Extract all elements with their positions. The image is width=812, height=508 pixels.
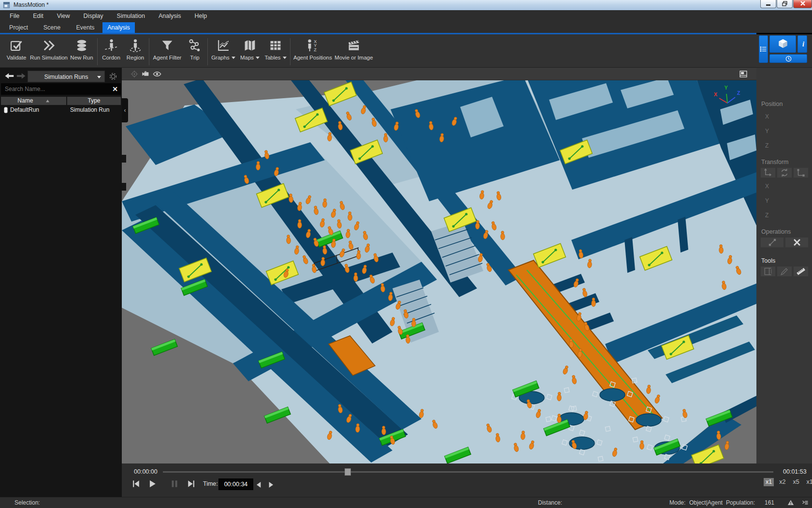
time-label: Time:	[203, 480, 218, 487]
app-icon	[2, 1, 11, 9]
population-label: Population:	[726, 499, 755, 506]
menu-file[interactable]: File	[3, 10, 26, 22]
toolbar-trip-button[interactable]: Trip	[184, 37, 206, 64]
menu-analysis[interactable]: Analysis	[152, 10, 188, 22]
skip-to-end-button[interactable]	[186, 478, 197, 491]
agent[interactable]	[557, 414, 562, 423]
speed-x10-button[interactable]: x10	[805, 478, 812, 486]
toolbar-validate-button[interactable]: Validate	[3, 37, 30, 64]
tools-draw-button[interactable]	[777, 266, 792, 277]
tab-events[interactable]: Events	[69, 22, 102, 33]
console-log-icon[interactable]	[801, 499, 809, 508]
chevron-down-icon	[97, 76, 101, 78]
toolbar-separator	[207, 38, 208, 65]
restore-button[interactable]	[777, 0, 793, 8]
main-toolbar: ValidateRun SimulationNew RunCordonRegio…	[0, 34, 812, 68]
tab-project[interactable]: Project	[2, 22, 35, 33]
menu-bar: FileEditViewDisplaySimulationAnalysisHel…	[0, 10, 812, 22]
toolbar-agent-positions-button[interactable]: XYZAgent Positions	[292, 37, 334, 64]
minimize-button[interactable]	[760, 0, 776, 8]
svg-text:X: X	[714, 91, 718, 97]
operations-section-label: Operations	[761, 228, 791, 235]
table-row[interactable]: DefaultRun Simulation Run	[0, 105, 122, 114]
title-bar: MassMotion *	[0, 0, 812, 10]
gear-icon[interactable]	[108, 72, 118, 83]
agent[interactable]	[256, 162, 261, 170]
toolbar-button-label: Tables	[264, 55, 286, 60]
close-button[interactable]	[793, 0, 812, 8]
status-bar: Selection: Distance: Mode: Object|Agent …	[0, 497, 812, 508]
selection-label: Selection:	[14, 499, 40, 506]
toolbar-maps-button[interactable]: Maps	[237, 37, 262, 64]
scene-view-button[interactable]	[769, 35, 796, 53]
operations-connect-button[interactable]	[760, 237, 784, 248]
toolbar-tables-button[interactable]: Tables	[262, 37, 289, 64]
search-input[interactable]	[4, 85, 112, 93]
transform-rotate-button[interactable]	[777, 167, 792, 178]
run-name: DefaultRun	[10, 105, 39, 114]
toolbar-new-run-button[interactable]: New Run	[68, 37, 96, 64]
new-run-icon	[74, 38, 89, 53]
start-time: 00:00:00	[134, 468, 158, 475]
menu-simulation[interactable]: Simulation	[110, 10, 152, 22]
column-header-name[interactable]: Name	[1, 97, 66, 105]
toolbar-button-label: Agent Positions	[293, 55, 332, 60]
speed-x1-button[interactable]: x1	[764, 478, 774, 486]
column-header-type[interactable]: Type	[67, 97, 121, 105]
menu-help[interactable]: Help	[188, 10, 214, 22]
step-back-button[interactable]	[254, 479, 264, 492]
toolbar-cordon-button[interactable]: Cordon	[99, 37, 123, 64]
target-icon[interactable]	[130, 69, 139, 81]
speed-x5-button[interactable]: x5	[791, 478, 801, 486]
agent[interactable]	[298, 220, 302, 228]
pause-button[interactable]	[169, 478, 180, 491]
tools-section-button[interactable]	[760, 266, 776, 277]
menu-display[interactable]: Display	[77, 10, 110, 22]
menu-view[interactable]: View	[50, 10, 77, 22]
nav-forward-button[interactable]	[16, 72, 26, 82]
camera-icon[interactable]	[141, 69, 151, 81]
transform-z-label: Z	[765, 212, 769, 219]
toolbar-agent-filter-button[interactable]: Agent Filter	[151, 37, 184, 64]
toolbar-button-label: New Run	[70, 55, 93, 60]
tab-scene[interactable]: Scene	[36, 22, 68, 33]
warning-icon[interactable]	[787, 499, 795, 508]
agent[interactable]	[412, 318, 416, 327]
step-forward-button[interactable]	[265, 479, 276, 492]
3d-scene[interactable]: XYZ	[122, 80, 756, 463]
tools-measure-button[interactable]	[793, 266, 809, 277]
toolbar-movie-or-image-button[interactable]: Movie or Image	[334, 37, 374, 64]
agent[interactable]	[592, 298, 596, 307]
timeline-handle[interactable]	[345, 468, 351, 476]
svg-text:Z: Z	[737, 90, 740, 96]
layout-icon[interactable]	[739, 69, 748, 81]
time-input[interactable]	[218, 478, 253, 490]
menu-edit[interactable]: Edit	[26, 10, 50, 22]
agent[interactable]	[640, 441, 644, 449]
time-button[interactable]	[769, 54, 807, 63]
clear-search-icon[interactable]: ✕	[112, 85, 118, 93]
toolbar-button-label: Validate	[7, 55, 27, 60]
toolbar-run-simulation-button[interactable]: Run Simulation	[30, 37, 68, 64]
outline-list-button[interactable]	[759, 35, 768, 63]
playback-bar: 00:00:00 00:01:53 Time: x1x2x5x10	[122, 463, 812, 497]
info-button[interactable]: i	[798, 35, 807, 53]
transform-translate-button[interactable]	[760, 167, 776, 178]
timeline-track[interactable]	[163, 471, 773, 473]
agent[interactable]	[384, 134, 388, 142]
toolbar-region-button[interactable]: Region	[123, 37, 147, 64]
play-button[interactable]	[147, 478, 158, 491]
toolbar-button-label: Movie or Image	[334, 55, 373, 60]
agent[interactable]	[354, 273, 358, 282]
nav-back-button[interactable]	[4, 72, 14, 82]
speed-x2-button[interactable]: x2	[777, 478, 787, 486]
run-type-dropdown[interactable]: Simulation Runs	[28, 71, 105, 82]
tab-analysis[interactable]: Analysis	[102, 22, 135, 33]
transform-scale-button[interactable]	[793, 167, 809, 178]
toolbar-graphs-button[interactable]: Graphs	[209, 37, 237, 64]
panel-collapse-handle[interactable]: ‹	[122, 98, 128, 122]
skip-to-start-button[interactable]	[130, 478, 141, 491]
svg-text:i: i	[802, 40, 804, 48]
eye-icon[interactable]	[152, 69, 162, 81]
operations-delete-button[interactable]	[785, 237, 809, 248]
